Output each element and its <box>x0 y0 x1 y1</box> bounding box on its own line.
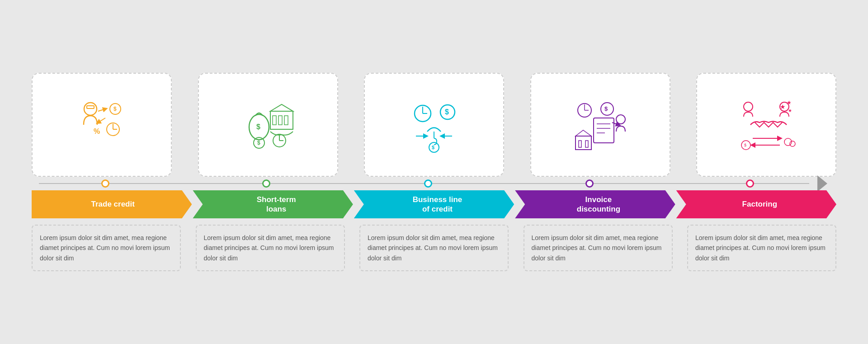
arrow-label-invoice-discounting: Invoicediscounting <box>563 195 627 214</box>
text-card-factoring: Lorem ipsum dolor sit dim amet, mea regi… <box>687 225 836 271</box>
arrow-label-trade-credit: Trade credit <box>82 199 142 209</box>
svg-text:$: $ <box>604 105 608 112</box>
svg-text:$: $ <box>744 143 746 147</box>
arrow-invoice-discounting: Invoicediscounting <box>515 190 675 218</box>
svg-point-37 <box>616 115 625 124</box>
factoring-icon: ★ ★ ★ $ <box>735 93 798 156</box>
timeline-dot-1 <box>101 179 109 188</box>
svg-rect-41 <box>585 141 588 147</box>
svg-rect-33 <box>594 118 614 143</box>
svg-marker-14 <box>270 104 293 111</box>
timeline-dot-3 <box>424 179 432 188</box>
text-card-invoice-discounting: Lorem ipsum dolor sit dim amet, mea regi… <box>524 225 673 271</box>
icon-cards-row: $ % <box>23 73 845 177</box>
timeline-dot-2 <box>262 179 270 188</box>
timeline-arrow-end <box>817 175 827 192</box>
svg-rect-40 <box>579 141 581 147</box>
arrow-label-short-term-loans: Short-termloans <box>243 195 303 214</box>
trade-credit-icon: $ % <box>70 93 133 156</box>
svg-rect-11 <box>273 116 276 125</box>
text-trade-credit: Lorem ipsum dolor sit dim amet, mea regi… <box>40 233 173 263</box>
icon-card-short-term-loans: $ $ <box>198 73 338 177</box>
svg-point-45 <box>744 102 753 111</box>
text-factoring: Lorem ipsum dolor sit dim amet, mea regi… <box>695 233 828 263</box>
text-card-trade-credit: Lorem ipsum dolor sit dim amet, mea regi… <box>32 225 181 271</box>
svg-point-50 <box>790 141 795 146</box>
icon-card-invoice-discounting: $ <box>530 73 670 177</box>
svg-rect-1 <box>87 106 94 108</box>
arrow-business-line-of-credit: Business lineof credit <box>354 190 514 218</box>
svg-text:★: ★ <box>787 99 792 106</box>
svg-rect-10 <box>270 111 293 129</box>
arrow-trade-credit: Trade credit <box>32 190 192 218</box>
text-card-business-line-of-credit: Lorem ipsum dolor sit dim amet, mea regi… <box>359 225 509 271</box>
timeline-dot-4 <box>585 179 594 188</box>
svg-text:$: $ <box>257 140 260 146</box>
arrow-factoring: Factoring <box>676 190 836 218</box>
svg-text:%: % <box>94 127 100 135</box>
svg-rect-13 <box>284 116 288 125</box>
text-short-term-loans: Lorem ipsum dolor sit dim amet, mea regi… <box>204 233 337 263</box>
svg-rect-38 <box>576 136 591 150</box>
business-line-of-credit-icon: $ $ <box>402 93 466 156</box>
timeline-dot-5 <box>746 179 754 188</box>
svg-text:$: $ <box>432 145 434 150</box>
svg-rect-12 <box>278 116 282 125</box>
svg-text:$: $ <box>113 106 117 112</box>
timeline-row <box>23 177 845 190</box>
text-card-short-term-loans: Lorem ipsum dolor sit dim amet, mea regi… <box>196 225 345 271</box>
svg-marker-39 <box>576 130 591 136</box>
arrows-row: Trade credit Short-termloans Business li… <box>23 190 845 218</box>
arrow-short-term-loans: Short-termloans <box>193 190 353 218</box>
arrow-label-factoring: Factoring <box>729 199 784 209</box>
icon-card-business-line-of-credit: $ $ <box>364 73 504 177</box>
text-cards-row: Lorem ipsum dolor sit dim amet, mea regi… <box>23 225 845 271</box>
icon-card-trade-credit: $ % <box>32 73 172 177</box>
svg-text:$: $ <box>445 108 449 116</box>
arrow-label-business-line-of-credit: Business lineof credit <box>399 195 469 214</box>
invoice-discounting-icon: $ <box>569 93 632 156</box>
text-invoice-discounting: Lorem ipsum dolor sit dim amet, mea regi… <box>532 233 665 263</box>
text-business-line-of-credit: Lorem ipsum dolor sit dim amet, mea regi… <box>368 233 500 263</box>
icon-card-factoring: ★ ★ ★ $ <box>696 73 836 177</box>
short-term-loans-icon: $ $ <box>236 93 300 156</box>
svg-text:$: $ <box>256 123 260 131</box>
infographic-container: $ % <box>23 14 845 330</box>
